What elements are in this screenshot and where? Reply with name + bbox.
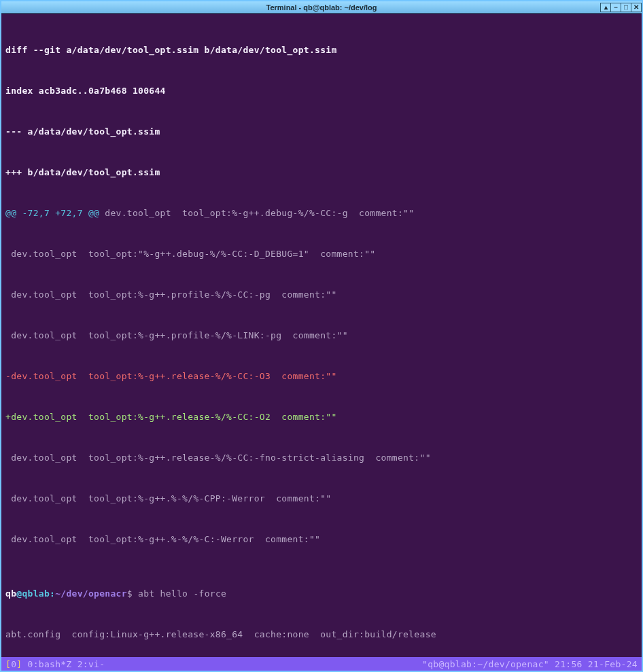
close-button[interactable]: ✕ xyxy=(631,3,642,12)
diff-ctx: dev.tool_opt tool_opt:%-g++.release-%/%-… xyxy=(5,451,638,465)
terminal-window: Terminal - qb@qblab: ~/dev/log ▴ – □ ✕ d… xyxy=(0,0,643,672)
diff-ctx: dev.tool_opt tool_opt:%-g++.%-%/%-C:-Wer… xyxy=(5,533,638,546)
diff-removed: -dev.tool_opt tool_opt:%-g++.release-%/%… xyxy=(5,371,337,381)
tmux-statusbar[interactable]: [0] 0:bash*Z 2:vi- "qb@qblab:~/dev/opena… xyxy=(1,657,642,671)
diff-ctx: dev.tool_opt tool_opt:%-g++.profile-%/%-… xyxy=(5,329,638,342)
tmux-windows: 0:bash*Z 2:vi- xyxy=(22,659,105,669)
diff-minus-file: --- a/data/dev/tool_opt.ssim xyxy=(5,126,160,137)
shade-button[interactable]: ▴ xyxy=(600,3,611,12)
tmux-status-right: "qb@qblab:~/dev/openac" 21:56 21-Feb-24 xyxy=(422,659,638,669)
titlebar[interactable]: Terminal - qb@qblab: ~/dev/log ▴ – □ ✕ xyxy=(1,1,642,14)
window-title: Terminal - qb@qblab: ~/dev/log xyxy=(266,3,377,12)
abt-output: abt.config config:Linux-g++.release-x86_… xyxy=(5,628,638,641)
diff-added: +dev.tool_opt tool_opt:%-g++.release-%/%… xyxy=(5,412,337,422)
diff-ctx: dev.tool_opt tool_opt:%-g++.profile-%/%-… xyxy=(5,288,638,302)
cmd-abt: abt hello -force xyxy=(133,588,226,599)
maximize-button[interactable]: □ xyxy=(621,3,631,12)
diff-plus-file: +++ b/data/dev/tool_opt.ssim xyxy=(5,167,160,177)
diff-ctx: dev.tool_opt tool_opt:%-g++.%-%/%-CPP:-W… xyxy=(5,492,638,506)
diff-index: index acb3adc..0a7b468 100644 xyxy=(5,86,166,96)
terminal-viewport[interactable]: diff --git a/data/dev/tool_opt.ssim b/da… xyxy=(1,14,642,657)
diff-hunk: @@ -72,7 +72,7 @@ xyxy=(5,208,99,218)
diff-header: diff --git a/data/dev/tool_opt.ssim b/da… xyxy=(5,45,337,55)
window-controls: ▴ – □ ✕ xyxy=(601,3,642,12)
diff-ctx: dev.tool_opt tool_opt:"%-g++.debug-%/%-C… xyxy=(5,247,638,261)
minimize-button[interactable]: – xyxy=(610,3,621,12)
